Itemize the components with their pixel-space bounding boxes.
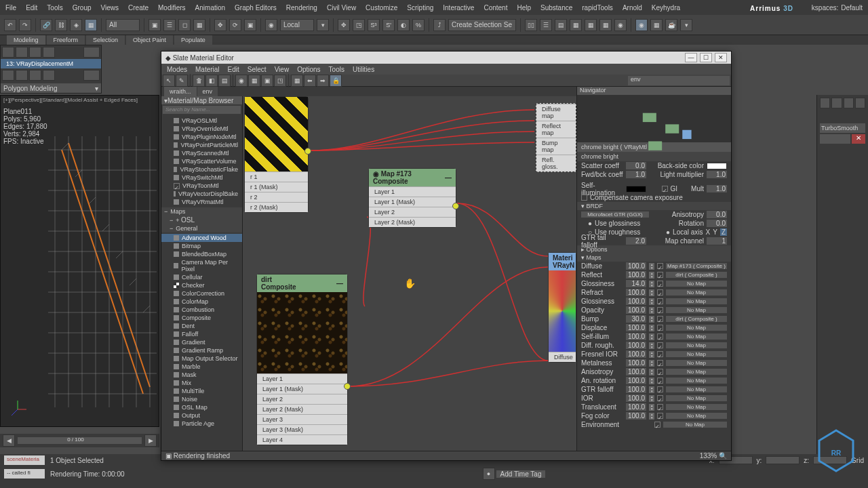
- map-enable-checkbox[interactable]: [657, 333, 663, 340]
- hazard-r3[interactable]: r 2 (Mask): [245, 202, 308, 212]
- link-button[interactable]: 🔗: [40, 19, 52, 31]
- rect-region-button[interactable]: ◻: [178, 19, 191, 31]
- slate-menu-modes[interactable]: Modes: [167, 66, 187, 73]
- render-setup-button[interactable]: ◉: [635, 19, 648, 31]
- browser-item-camera-map-per-pixel[interactable]: Camera Map Per Pixel: [161, 258, 242, 273]
- map-slot[interactable]: No Map: [666, 333, 727, 340]
- map-enable-checkbox[interactable]: [657, 281, 663, 287]
- edit-snap-button[interactable]: ◐: [397, 19, 410, 31]
- map-slot[interactable]: No Map: [666, 360, 727, 366]
- menu-help[interactable]: Help: [517, 4, 531, 12]
- maxscript-log[interactable]: sceneMateria: [4, 455, 45, 465]
- map-amount[interactable]: 100.0: [626, 403, 646, 411]
- backside-color[interactable]: [707, 163, 727, 169]
- slate-move-button[interactable]: ◧: [205, 75, 218, 87]
- map-slot[interactable]: dirt ( Composite ): [666, 316, 727, 322]
- autokey-button[interactable]: ●: [483, 468, 495, 480]
- map-amount[interactable]: 100.0: [626, 262, 646, 270]
- mod-btn-big[interactable]: [83, 47, 100, 58]
- pivot-button[interactable]: ▾: [317, 19, 329, 31]
- map-enable-checkbox[interactable]: [657, 404, 663, 410]
- browser-item-colorcorrection[interactable]: ColorCorrection: [161, 289, 242, 298]
- menu-rendering[interactable]: Rendering: [286, 4, 317, 12]
- map-enable-checkbox[interactable]: [657, 342, 663, 348]
- mod-btn-3[interactable]: [29, 47, 41, 58]
- maximize-button[interactable]: ☐: [700, 53, 712, 62]
- menu-edit[interactable]: Edit: [26, 4, 37, 12]
- maps-section[interactable]: Maps: [577, 253, 731, 262]
- menu-keyhydra[interactable]: Keyhydra: [652, 4, 680, 12]
- map-amount[interactable]: 100.0: [626, 359, 646, 367]
- map-amount[interactable]: 100.0: [626, 306, 646, 314]
- browser-item-vraypluginnodemtl[interactable]: VRayPluginNodeMtl: [161, 133, 242, 141]
- map-enable-checkbox[interactable]: [657, 289, 663, 296]
- map-slot[interactable]: No Map: [666, 289, 727, 296]
- menu-scripting[interactable]: Scripting: [407, 4, 433, 12]
- browser-item-cellular[interactable]: Cellular: [161, 273, 242, 281]
- bind-button[interactable]: ◈: [70, 19, 82, 31]
- comp-layer2[interactable]: Layer 2: [369, 207, 456, 217]
- zoom-in-button[interactable]: 🔍: [719, 452, 727, 460]
- mod-btn-2[interactable]: [16, 47, 28, 58]
- mod-config[interactable]: [83, 70, 100, 81]
- options-section[interactable]: Options: [577, 245, 731, 253]
- hazard-r1[interactable]: r 1: [245, 171, 308, 182]
- slate-tab-wraith[interactable]: wraith...: [164, 87, 197, 96]
- slate-put-button[interactable]: ◳: [274, 75, 286, 87]
- snap-button[interactable]: ✥: [338, 19, 350, 31]
- perspective-viewport[interactable]: [+][Perspective][Standard][Model Assist …: [0, 95, 159, 427]
- map-amount[interactable]: 100.0: [626, 368, 646, 375]
- map-slot[interactable]: No Map: [666, 386, 727, 392]
- menu-interactive[interactable]: Interactive: [443, 4, 474, 12]
- polymodeling-dropdown[interactable]: Polygon Modeling▾: [1, 83, 101, 93]
- render-frame-button[interactable]: ▦: [650, 19, 663, 31]
- map-enable-checkbox[interactable]: [657, 351, 663, 357]
- browser-item-map-output-selector[interactable]: Map Output Selector: [161, 354, 242, 363]
- comp-layer1m[interactable]: Layer 1 (Mask): [369, 197, 456, 207]
- map-enable-checkbox[interactable]: [657, 369, 663, 375]
- slate-layout-button[interactable]: ▤: [218, 75, 231, 87]
- hazard-r2[interactable]: r 2: [245, 192, 308, 202]
- browser-item-vrayoslmtl[interactable]: VRayOSLMtl: [161, 117, 242, 125]
- dirt-l3[interactable]: Layer 3: [257, 414, 347, 424]
- browser-item-dent[interactable]: Dent: [161, 322, 242, 330]
- browser-item-multitile[interactable]: MultiTile: [161, 387, 242, 395]
- map-amount[interactable]: 100.0: [626, 324, 646, 331]
- map-enable-checkbox[interactable]: [657, 395, 663, 401]
- map-slot[interactable]: Map #173 ( Composite ): [666, 263, 727, 269]
- slate-lock-button[interactable]: 🔒: [330, 75, 342, 87]
- map-enable-checkbox[interactable]: [657, 298, 663, 304]
- map-amount[interactable]: 100.0: [626, 386, 646, 393]
- slate-wand-button[interactable]: ✎: [176, 75, 188, 87]
- tab-modeling[interactable]: Modeling: [7, 35, 45, 45]
- browser-item-vraypointparticlemtl[interactable]: VRayPointParticleMtl: [161, 141, 242, 149]
- minimize-button[interactable]: —: [685, 53, 697, 62]
- material-editor-button[interactable]: ◉: [614, 19, 627, 31]
- slate-menu-material[interactable]: Material: [195, 66, 220, 73]
- tab-freeform[interactable]: Freeform: [47, 35, 85, 45]
- slate-search-input[interactable]: env: [628, 76, 730, 85]
- dirt-l2m[interactable]: Layer 2 (Mask): [257, 404, 347, 414]
- browser-item-bitmap[interactable]: Bitmap: [161, 242, 242, 250]
- browser-item-vraytoonmtl[interactable]: VRayToonMtl: [161, 182, 242, 190]
- browser-item-mask[interactable]: Mask: [161, 371, 242, 379]
- time-prev[interactable]: ◀: [3, 434, 15, 447]
- browser-item-mix[interactable]: Mix: [161, 379, 242, 387]
- selection-filter[interactable]: All: [106, 19, 140, 31]
- slate-menu-options[interactable]: Options: [297, 66, 320, 73]
- slate-fwd-button[interactable]: ➡: [317, 75, 329, 87]
- map-amount[interactable]: 100.0: [626, 271, 646, 279]
- slate-menu-tools[interactable]: Tools: [329, 66, 344, 73]
- map-amount[interactable]: 100.0: [626, 394, 646, 402]
- rotate-button[interactable]: ⟳: [229, 19, 241, 31]
- window-crossing-button[interactable]: ▦: [193, 19, 205, 31]
- undo-button[interactable]: ↶: [4, 19, 16, 31]
- coord-system[interactable]: Local: [280, 19, 314, 31]
- map-slot[interactable]: No Map: [666, 369, 727, 375]
- slate-menu-edit[interactable]: Edit: [228, 66, 239, 73]
- composite-header[interactable]: ◉ Map #173Composite—: [369, 169, 456, 186]
- map-amount[interactable]: 100.0: [626, 350, 646, 358]
- material-header[interactable]: MateriVRayN: [549, 253, 576, 270]
- layer-button[interactable]: ▤: [555, 19, 567, 31]
- hazard-out-port[interactable]: [304, 148, 311, 155]
